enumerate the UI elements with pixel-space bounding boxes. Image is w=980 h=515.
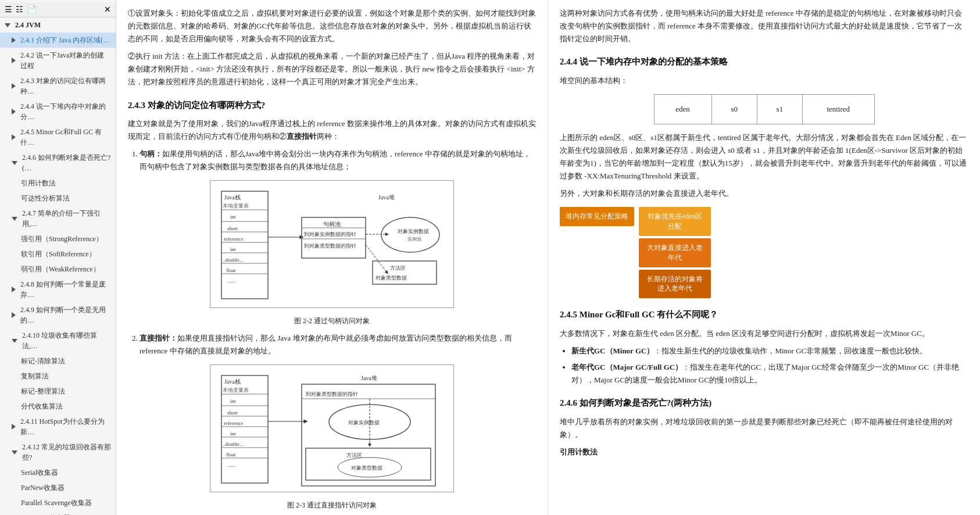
- sidebar: ☰ ☷ 📄 ✕ 2.4 JVM2.4.1 介绍下 Java 内存区域(…2.4.…: [0, 0, 116, 515]
- sidebar-label-SerialOld: Serial Old收集器: [21, 513, 70, 515]
- sidebar-item-2-4-5[interactable]: 2.4.5 Minor Gc和Full GC 有什…: [0, 124, 116, 150]
- sidebar-item-2-4-1[interactable]: 2.4.1 介绍下 Java 内存区域(…: [0, 33, 116, 48]
- svg-text:Java堆: Java堆: [378, 194, 395, 201]
- diagram-handle: Java栈 本地变量表 int short reference int ..do…: [210, 180, 454, 308]
- svg-text:Java堆: Java堆: [361, 375, 377, 381]
- heap-eden: eden: [654, 94, 711, 124]
- strategy-item-3: 长期存活的对象将进入老年代: [639, 270, 711, 299]
- diagram-direct-svg: Java栈 本地变量表 int short reference int ..do…: [216, 370, 448, 489]
- svg-rect-30: [373, 261, 437, 284]
- sidebar-label-弱引用: 弱引用（WeakReference）: [21, 264, 100, 274]
- section-245-text: 大多数情况下，对象在新生代 eden 区分配。当 eden 区没有足够空间进行分…: [560, 327, 968, 340]
- sidebar-item-2-4-7[interactable]: 2.4.7 简单的介绍一下强引用,…: [0, 206, 116, 231]
- sidebar-label-引用计数法: 引用计数法: [21, 178, 56, 188]
- sidebar-label-Serial: Serial收集器: [21, 467, 58, 478]
- major-gc-label: 老年代GC（Major GC/Full GC）: [571, 363, 682, 371]
- sidebar-label-标记整理: 标记-整理算法: [21, 386, 65, 396]
- svg-text:float: float: [226, 452, 236, 457]
- sidebar-item-标记清除[interactable]: 标记-清除算法: [0, 353, 116, 369]
- icon-doc[interactable]: 📄: [27, 5, 37, 15]
- access-methods-list: 句柄：如果使用句柄的话，那么Java堆中将会划分出一块内存来作为句柄池，refe…: [140, 148, 536, 173]
- sidebar-item-ParNew[interactable]: ParNew收集器: [0, 480, 116, 495]
- minor-gc-label: 新生代GC（Minor GC）: [571, 346, 654, 355]
- sidebar-item-2-4-9[interactable]: 2.4.9 如何判断一个类是无用的…: [0, 302, 116, 328]
- strategy-label: 堆内存常见分配策略: [560, 207, 634, 226]
- sidebar-item-复制算法[interactable]: 复制算法: [0, 369, 116, 384]
- sidebar-item-2-4-2[interactable]: 2.4.2 说一下Java对象的创建过程: [0, 48, 116, 73]
- icon-list1[interactable]: ☰: [5, 5, 12, 15]
- sidebar-label-2-4-2: 2.4.2 说一下Java对象的创建过程: [20, 50, 111, 71]
- section-243-intro: 建立对象就是为了使用对象，我们的Java程序通过栈上的 reference 数据…: [128, 117, 536, 143]
- sidebar-label-2-4-11: 2.4.11 HotSpot为什么要分为新…: [20, 416, 111, 437]
- svg-text:float: float: [226, 267, 236, 273]
- right-intro: 这两种对象访问方式各有优势，使用句柄来访问的最大好处是 reference 中存…: [560, 7, 968, 45]
- svg-text:到对象类型数据的指针: 到对象类型数据的指针: [306, 391, 358, 397]
- sidebar-item-引用计数法[interactable]: 引用计数法: [0, 176, 116, 191]
- access-method-handle: 句柄：如果使用句柄的话，那么Java堆中将会划分出一块内存来作为句柄池，refe…: [140, 148, 536, 173]
- sidebar-item-强引用[interactable]: 强引用（StrongReference）: [0, 231, 116, 246]
- svg-text:..double...: ..double...: [223, 441, 244, 447]
- sidebar-item-标记整理[interactable]: 标记-整理算法: [0, 384, 116, 399]
- sidebar-item-2-4-11[interactable]: 2.4.11 HotSpot为什么要分为新…: [0, 414, 116, 439]
- section-246-title: 2.4.6 如何判断对象是否死亡?(两种方法): [560, 396, 968, 411]
- sidebar-item-弱引用[interactable]: 弱引用（WeakReference）: [0, 262, 116, 277]
- sidebar-item-2-4-4[interactable]: 2.4.4 说一下堆内存中对象的分…: [0, 99, 116, 124]
- svg-text:Java栈: Java栈: [224, 194, 241, 201]
- sidebar-label-标记清除: 标记-清除算法: [21, 356, 65, 366]
- sidebar-item-Serial[interactable]: Serial收集器: [0, 465, 116, 480]
- strategy-items: 对象优先在eden区分配 大对象直接进入老年代 长期存活的对象将进入老年代: [639, 207, 711, 298]
- heap-structure-label: 堆空间的基本结构：: [560, 74, 968, 87]
- svg-text:Java栈: Java栈: [224, 378, 241, 385]
- sidebar-label-2-4-12: 2.4.12 常见的垃圾回收器有那些?: [22, 442, 111, 463]
- svg-text:到对象实例数据的指针: 到对象实例数据的指针: [304, 231, 356, 237]
- svg-text:对象类型数据: 对象类型数据: [351, 465, 382, 471]
- sidebar-item-2-4-10[interactable]: 2.4.10 垃圾收集有哪些算法,…: [0, 328, 116, 353]
- access-methods-list-2: 直接指针：如果使用直接指针访问，那么 Java 堆对象的布局中就必须考虑如何放置…: [140, 332, 536, 357]
- svg-text:..double...: ..double...: [223, 257, 244, 263]
- sidebar-label-2-4-7: 2.4.7 简单的介绍一下强引用,…: [22, 208, 111, 229]
- access-method-direct: 直接指针：如果使用直接指针访问，那么 Java 堆对象的布局中就必须考虑如何放置…: [140, 332, 536, 357]
- long-lived-text: 另外，大对象和长期存活的对象会直接进入老年代。: [560, 187, 968, 200]
- svg-text:本地变量表: 本地变量表: [223, 387, 249, 393]
- sidebar-item-2-4-6[interactable]: 2.4.6 如何判断对象是否死亡?(…: [0, 150, 116, 176]
- svg-text:......: ......: [227, 462, 235, 468]
- svg-text:short: short: [227, 410, 238, 416]
- sidebar-label-2-4-10: 2.4.10 垃圾收集有哪些算法,…: [22, 330, 111, 351]
- section-244-title: 2.4.4 说一下堆内存中对象的分配的基本策略: [560, 55, 968, 70]
- heap-s0: s0: [711, 94, 757, 124]
- sidebar-item-2-4-8[interactable]: 2.4.8 如何判断一个常量是废弃…: [0, 277, 116, 302]
- sidebar-item-2-4-3[interactable]: 2.4.3 对象的访问定位有哪两种…: [0, 73, 116, 99]
- svg-text:short: short: [227, 226, 238, 231]
- sidebar-item-可达性分析算法[interactable]: 可达性分析算法: [0, 191, 116, 206]
- section-245-title: 2.4.5 Minor Gc和Full GC 有什么不同呢？: [560, 307, 968, 323]
- diagram-direct: Java栈 本地变量表 int short reference int ..do…: [210, 364, 454, 492]
- svg-text:本地变量表: 本地变量表: [223, 203, 249, 209]
- sidebar-item-SerialOld[interactable]: Serial Old收集器: [0, 510, 116, 515]
- svg-text:对象实例数据: 对象实例数据: [398, 228, 429, 234]
- sidebar-label-2-4-3: 2.4.3 对象的访问定位有哪两种…: [20, 76, 111, 96]
- svg-text:句柄池: 句柄池: [323, 221, 341, 227]
- sidebar-toolbar: ☰ ☷ 📄 ✕: [0, 2, 116, 17]
- svg-point-27: [381, 217, 439, 252]
- sidebar-label-分代收集: 分代收集算法: [21, 401, 63, 412]
- sidebar-label-2-4-6: 2.4.6 如何判断对象是否死亡?(…: [22, 152, 111, 173]
- close-icon[interactable]: ✕: [104, 5, 111, 15]
- sidebar-item-jvm[interactable]: 2.4 JVM: [0, 17, 116, 33]
- sidebar-label-复制算法: 复制算法: [21, 371, 49, 381]
- sidebar-label-软引用: 软引用（SoftReference）: [21, 249, 96, 259]
- svg-text:实例池: 实例池: [407, 237, 421, 242]
- svg-text:到对象类型数据的指针: 到对象类型数据的指针: [304, 243, 356, 249]
- sidebar-item-2-4-12[interactable]: 2.4.12 常见的垃圾回收器有那些?: [0, 439, 116, 465]
- sidebar-item-软引用[interactable]: 软引用（SoftReference）: [0, 246, 116, 262]
- heap-tentired: tentired: [802, 94, 874, 124]
- sidebar-item-ParallelScavenge[interactable]: Parallel Scavenge收集器: [0, 495, 116, 510]
- icon-list2[interactable]: ☷: [16, 5, 23, 15]
- main-content: ①设置对象头：初始化零值成立之后，虚拟机要对对象进行必要的设置，例如这个对象是那…: [116, 0, 980, 515]
- svg-rect-57: [306, 448, 431, 480]
- svg-text:reference: reference: [224, 420, 243, 426]
- sidebar-item-分代收集[interactable]: 分代收集算法: [0, 399, 116, 414]
- strategy-item-1: 对象优先在eden区分配: [639, 207, 711, 236]
- strategy-container: 堆内存常见分配策略 对象优先在eden区分配 大对象直接进入老年代 长期存活的对…: [560, 207, 968, 298]
- svg-text:对象实例数据: 对象实例数据: [348, 420, 380, 425]
- heap-description: 上图所示的 eden区、s0区、s1区都属于新生代，tentired 区属于老年…: [560, 131, 968, 183]
